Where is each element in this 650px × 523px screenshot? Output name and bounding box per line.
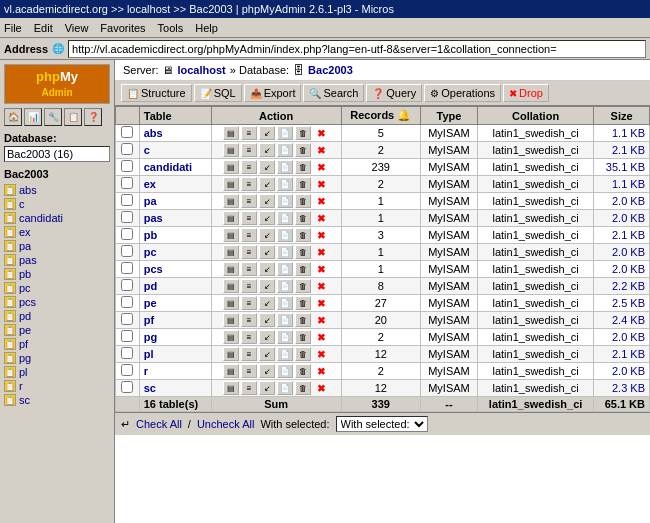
select-icon[interactable]: ≡ [241, 262, 257, 276]
drop-row-icon[interactable]: ✖ [313, 143, 329, 157]
browse-icon[interactable]: ▤ [223, 177, 239, 191]
row-checkbox-sc[interactable] [116, 380, 140, 397]
select-icon[interactable]: ≡ [241, 364, 257, 378]
delete-icon[interactable]: 🗑 [295, 245, 311, 259]
server-link[interactable]: localhost [177, 64, 225, 76]
row-checkbox-pas[interactable] [116, 210, 140, 227]
delete-icon[interactable]: 🗑 [295, 262, 311, 276]
insert-icon[interactable]: ↙ [259, 364, 275, 378]
insert-icon[interactable]: ↙ [259, 194, 275, 208]
with-selected-dropdown[interactable]: With selected:DropEmptyCheckOptimizeRepa… [336, 416, 428, 432]
row-table-name-c[interactable]: c [139, 142, 211, 159]
delete-icon[interactable]: 🗑 [295, 296, 311, 310]
prop-icon[interactable]: 📄 [277, 143, 293, 157]
insert-icon[interactable]: ↙ [259, 330, 275, 344]
sidebar-item-pas[interactable]: 📋pas [4, 253, 110, 267]
select-icon[interactable]: ≡ [241, 245, 257, 259]
chart-icon[interactable]: 📊 [24, 108, 42, 126]
drop-row-icon[interactable]: ✖ [313, 228, 329, 242]
row-checkbox-pl[interactable] [116, 346, 140, 363]
drop-row-icon[interactable]: ✖ [313, 364, 329, 378]
help-icon[interactable]: ❓ [84, 108, 102, 126]
sidebar-item-pc[interactable]: 📋pc [4, 281, 110, 295]
db-selector[interactable] [4, 146, 110, 162]
menu-file[interactable]: File [4, 22, 22, 34]
insert-icon[interactable]: ↙ [259, 160, 275, 174]
prop-icon[interactable]: 📄 [277, 262, 293, 276]
row-checkbox-pf[interactable] [116, 312, 140, 329]
browse-icon[interactable]: ▤ [223, 211, 239, 225]
insert-icon[interactable]: ↙ [259, 313, 275, 327]
prop-icon[interactable]: 📄 [277, 126, 293, 140]
insert-icon[interactable]: ↙ [259, 262, 275, 276]
delete-icon[interactable]: 🗑 [295, 143, 311, 157]
sidebar-item-pe[interactable]: 📋pe [4, 323, 110, 337]
insert-icon[interactable]: ↙ [259, 347, 275, 361]
browse-icon[interactable]: ▤ [223, 347, 239, 361]
drop-row-icon[interactable]: ✖ [313, 126, 329, 140]
menu-favorites[interactable]: Favorites [100, 22, 145, 34]
prop-icon[interactable]: 📄 [277, 296, 293, 310]
prop-icon[interactable]: 📄 [277, 177, 293, 191]
browse-icon[interactable]: ▤ [223, 313, 239, 327]
operations-button[interactable]: ⚙ Operations [424, 84, 501, 102]
row-checkbox-candidati[interactable] [116, 159, 140, 176]
prop-icon[interactable]: 📄 [277, 245, 293, 259]
delete-icon[interactable]: 🗑 [295, 211, 311, 225]
structure-button[interactable]: 📋 Structure [121, 84, 192, 102]
drop-row-icon[interactable]: ✖ [313, 262, 329, 276]
prop-icon[interactable]: 📄 [277, 228, 293, 242]
row-table-name-pa[interactable]: pa [139, 193, 211, 210]
delete-icon[interactable]: 🗑 [295, 330, 311, 344]
delete-icon[interactable]: 🗑 [295, 126, 311, 140]
browse-icon[interactable]: ▤ [223, 381, 239, 395]
drop-row-icon[interactable]: ✖ [313, 177, 329, 191]
delete-icon[interactable]: 🗑 [295, 381, 311, 395]
row-table-name-ex[interactable]: ex [139, 176, 211, 193]
query-button[interactable]: ❓ Query [366, 84, 422, 102]
browse-icon[interactable]: ▤ [223, 364, 239, 378]
prop-icon[interactable]: 📄 [277, 330, 293, 344]
sidebar-item-pa[interactable]: 📋pa [4, 239, 110, 253]
delete-icon[interactable]: 🗑 [295, 177, 311, 191]
row-table-name-pe[interactable]: pe [139, 295, 211, 312]
select-icon[interactable]: ≡ [241, 160, 257, 174]
row-checkbox-pd[interactable] [116, 278, 140, 295]
insert-icon[interactable]: ↙ [259, 228, 275, 242]
sidebar-item-pb[interactable]: 📋pb [4, 267, 110, 281]
browse-icon[interactable]: ▤ [223, 228, 239, 242]
address-input[interactable] [68, 40, 646, 58]
sidebar-item-c[interactable]: 📋c [4, 197, 110, 211]
drop-row-icon[interactable]: ✖ [313, 211, 329, 225]
menu-help[interactable]: Help [195, 22, 218, 34]
delete-icon[interactable]: 🗑 [295, 228, 311, 242]
row-table-name-sc[interactable]: sc [139, 380, 211, 397]
row-table-name-candidati[interactable]: candidati [139, 159, 211, 176]
browse-icon[interactable]: ▤ [223, 262, 239, 276]
sidebar-item-pg[interactable]: 📋pg [4, 351, 110, 365]
drop-row-icon[interactable]: ✖ [313, 330, 329, 344]
select-icon[interactable]: ≡ [241, 177, 257, 191]
row-table-name-abs[interactable]: abs [139, 125, 211, 142]
row-checkbox-ex[interactable] [116, 176, 140, 193]
select-icon[interactable]: ≡ [241, 347, 257, 361]
row-table-name-pcs[interactable]: pcs [139, 261, 211, 278]
row-checkbox-c[interactable] [116, 142, 140, 159]
sidebar-item-sc[interactable]: 📋sc [4, 393, 110, 407]
insert-icon[interactable]: ↙ [259, 245, 275, 259]
menu-edit[interactable]: Edit [34, 22, 53, 34]
browse-icon[interactable]: ▤ [223, 160, 239, 174]
prop-icon[interactable]: 📄 [277, 279, 293, 293]
uncheck-all-link[interactable]: Uncheck All [197, 418, 254, 430]
row-checkbox-pcs[interactable] [116, 261, 140, 278]
row-table-name-pd[interactable]: pd [139, 278, 211, 295]
prop-icon[interactable]: 📄 [277, 194, 293, 208]
select-icon[interactable]: ≡ [241, 279, 257, 293]
row-checkbox-pb[interactable] [116, 227, 140, 244]
row-table-name-pg[interactable]: pg [139, 329, 211, 346]
row-checkbox-pg[interactable] [116, 329, 140, 346]
browse-icon[interactable]: ▤ [223, 143, 239, 157]
browse-icon[interactable]: ▤ [223, 296, 239, 310]
select-icon[interactable]: ≡ [241, 381, 257, 395]
browse-icon[interactable]: ▤ [223, 245, 239, 259]
